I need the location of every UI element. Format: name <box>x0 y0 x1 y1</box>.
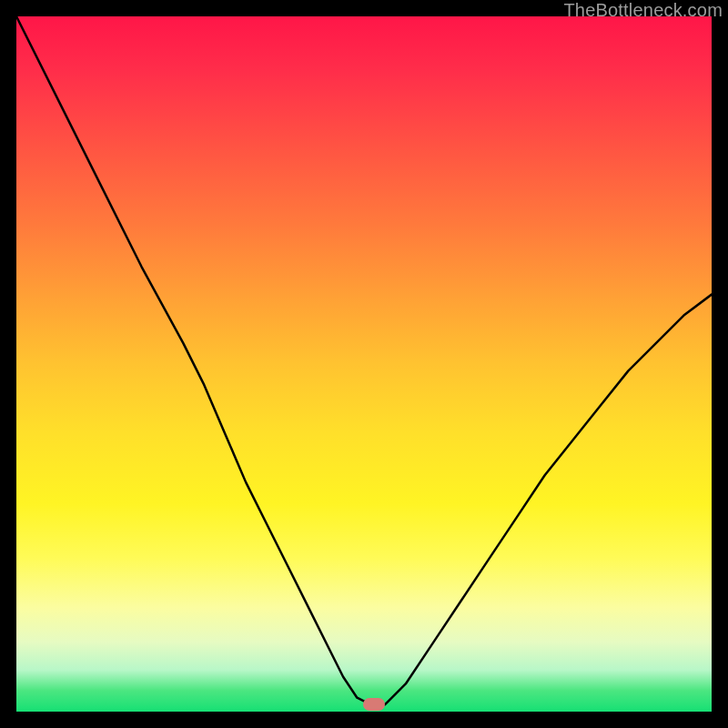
bottleneck-marker <box>363 698 385 711</box>
chart-frame: TheBottleneck.com <box>0 0 728 728</box>
plot-area <box>16 16 712 712</box>
curve-path <box>16 16 712 704</box>
bottleneck-curve <box>16 16 712 712</box>
